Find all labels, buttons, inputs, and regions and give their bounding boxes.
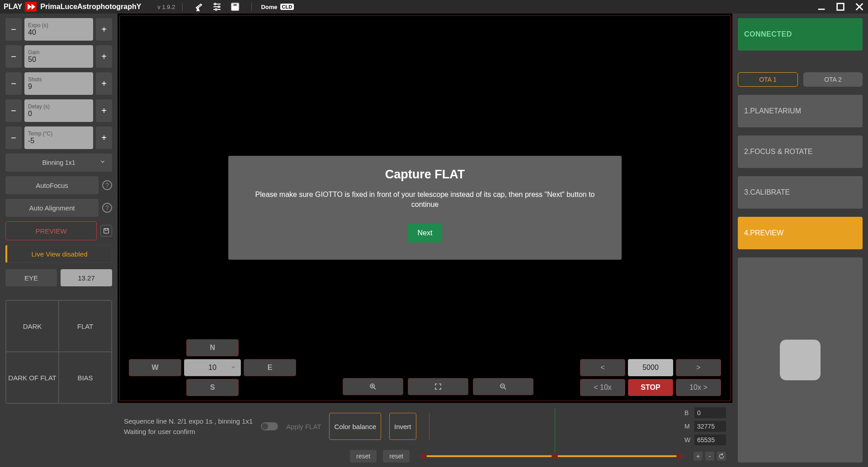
temp-field[interactable]: Temp (°C) -5 bbox=[24, 126, 93, 149]
zoom-in-button[interactable] bbox=[343, 378, 403, 395]
telescope-icon[interactable] bbox=[193, 1, 204, 12]
ota1-tab[interactable]: OTA 1 bbox=[738, 72, 798, 87]
apply-flat-toggle[interactable] bbox=[261, 422, 278, 430]
divider bbox=[251, 3, 252, 11]
zoom-cluster bbox=[343, 378, 533, 395]
zoom-out-button[interactable] bbox=[473, 378, 533, 395]
black-value[interactable]: 0 bbox=[694, 407, 726, 418]
invert-button[interactable]: Invert bbox=[389, 413, 416, 440]
save-icon[interactable] bbox=[230, 1, 241, 12]
close-button[interactable] bbox=[854, 2, 864, 12]
autoalignment-help-icon[interactable]: ? bbox=[102, 203, 112, 213]
levels-refresh-button[interactable] bbox=[717, 452, 726, 461]
image-preview[interactable]: Capture FLAT Please make sure GIOTTO is … bbox=[119, 15, 731, 401]
direction-speed-select[interactable]: 10 bbox=[184, 359, 241, 376]
thumbnail[interactable] bbox=[780, 340, 821, 380]
shots-label: Shots bbox=[28, 76, 90, 83]
autofocus-help-icon[interactable]: ? bbox=[102, 180, 112, 190]
brand-text: PrimaLuceAstrophotographY bbox=[40, 3, 141, 11]
binning-select[interactable]: Binning 1x1 bbox=[5, 154, 112, 172]
levels-slider[interactable] bbox=[420, 455, 683, 457]
step-right-button[interactable]: > bbox=[676, 359, 721, 376]
expo-increment[interactable]: + bbox=[96, 18, 112, 41]
direction-e-button[interactable]: E bbox=[244, 359, 296, 376]
step-left-10x-button[interactable]: < 10x bbox=[580, 379, 625, 396]
left-sidebar: − Expo (s) 40 + − Gain 50 + − Shots 9 + … bbox=[0, 14, 118, 467]
autofocus-button[interactable]: AutoFocus bbox=[5, 176, 99, 194]
ota2-tab[interactable]: OTA 2 bbox=[803, 72, 863, 87]
direction-n-button[interactable]: N bbox=[186, 339, 239, 356]
shots-field[interactable]: Shots 9 bbox=[24, 72, 93, 95]
reset-levels-button[interactable]: reset bbox=[383, 450, 410, 462]
gain-decrement[interactable]: − bbox=[5, 45, 22, 68]
levels-minus-button[interactable]: - bbox=[705, 452, 714, 461]
step-cluster: < 5000 > < 10x STOP 10x > bbox=[580, 359, 721, 396]
overlay-controls: N W 10 E S bbox=[120, 339, 730, 396]
app-brand: PLAY PrimaLuceAstrophotographY v 1.9.2 bbox=[4, 2, 175, 12]
shots-decrement[interactable]: − bbox=[5, 72, 22, 95]
flat-button[interactable]: FLAT bbox=[59, 300, 112, 352]
shots-increment[interactable]: + bbox=[96, 72, 112, 95]
direction-cluster: N W 10 E S bbox=[129, 339, 296, 396]
temp-decrement[interactable]: − bbox=[5, 126, 22, 149]
histogram-marker bbox=[555, 408, 555, 453]
gain-increment[interactable]: + bbox=[96, 45, 112, 68]
levels-plus-button[interactable]: + bbox=[693, 452, 703, 461]
fullscreen-button[interactable] bbox=[408, 378, 468, 395]
liveview-button[interactable]: Live View disabled bbox=[5, 245, 112, 263]
chevron-down-icon bbox=[231, 364, 236, 372]
settings-icon[interactable] bbox=[212, 1, 222, 12]
cld-badge[interactable]: CLD bbox=[280, 4, 294, 10]
apply-flat-label: Apply FLAT bbox=[286, 423, 321, 430]
preview-nav-button[interactable]: 4.PREVIEW bbox=[738, 217, 863, 249]
focus-rotate-button[interactable]: 2.FOCUS & ROTATE bbox=[738, 135, 863, 168]
save-preview-icon[interactable] bbox=[100, 225, 112, 237]
eye-value: 13.27 bbox=[61, 269, 112, 286]
svg-rect-4 bbox=[233, 4, 237, 6]
delay-field[interactable]: Delay (s) 0 bbox=[24, 99, 93, 122]
stop-button[interactable]: STOP bbox=[628, 379, 673, 396]
temp-value: -5 bbox=[28, 137, 90, 145]
step-right-10x-button[interactable]: 10x > bbox=[676, 379, 721, 396]
step-left-button[interactable]: < bbox=[580, 359, 625, 376]
delay-increment[interactable]: + bbox=[96, 99, 112, 122]
expo-decrement[interactable]: − bbox=[5, 18, 22, 41]
levels-black-handle[interactable] bbox=[420, 453, 427, 459]
gain-stepper: − Gain 50 + bbox=[5, 45, 112, 68]
delay-stepper: − Delay (s) 0 + bbox=[5, 99, 112, 122]
white-value[interactable]: 65535 bbox=[694, 434, 726, 445]
expo-field[interactable]: Expo (s) 40 bbox=[24, 18, 93, 41]
expo-value: 40 bbox=[28, 28, 90, 37]
levels-mid-handle[interactable] bbox=[552, 453, 558, 459]
svg-point-0 bbox=[214, 3, 216, 5]
temp-label: Temp (°C) bbox=[28, 131, 90, 137]
mid-value[interactable]: 32775 bbox=[694, 421, 726, 432]
gain-value: 50 bbox=[28, 56, 90, 64]
status-text: Sequence line N. 2/1 expo 1s , binning 1… bbox=[124, 417, 253, 435]
dome-label[interactable]: Dome bbox=[261, 4, 277, 10]
connected-status[interactable]: CONNECTED bbox=[738, 18, 863, 51]
temp-increment[interactable]: + bbox=[96, 126, 112, 149]
bias-button[interactable]: BIAS bbox=[59, 352, 112, 403]
next-button[interactable]: Next bbox=[408, 224, 443, 243]
delay-decrement[interactable]: − bbox=[5, 99, 22, 122]
color-balance-button[interactable]: Color balance bbox=[329, 413, 381, 440]
preview-button[interactable]: PREVIEW bbox=[5, 221, 97, 240]
planetarium-button[interactable]: 1.PLANETARIUM bbox=[738, 95, 863, 127]
eye-button[interactable]: EYE bbox=[5, 269, 57, 286]
gain-field[interactable]: Gain 50 bbox=[24, 45, 93, 68]
reset-color-button[interactable]: reset bbox=[350, 450, 377, 462]
maximize-button[interactable] bbox=[835, 2, 845, 12]
dark-of-flat-button[interactable]: DARK OF FLAT bbox=[6, 352, 59, 403]
chevron-down-icon bbox=[99, 159, 106, 167]
calibrate-button[interactable]: 3.CALIBRATE bbox=[738, 176, 863, 209]
divider bbox=[182, 3, 183, 11]
autoalignment-button[interactable]: Auto Alignment bbox=[5, 199, 99, 217]
direction-s-button[interactable]: S bbox=[186, 379, 239, 396]
levels-white-handle[interactable] bbox=[676, 453, 683, 459]
title-bar: PLAY PrimaLuceAstrophotographY v 1.9.2 D… bbox=[0, 0, 868, 14]
step-value[interactable]: 5000 bbox=[628, 359, 673, 376]
direction-w-button[interactable]: W bbox=[129, 359, 181, 376]
minimize-button[interactable] bbox=[816, 2, 826, 12]
dark-button[interactable]: DARK bbox=[6, 300, 59, 352]
